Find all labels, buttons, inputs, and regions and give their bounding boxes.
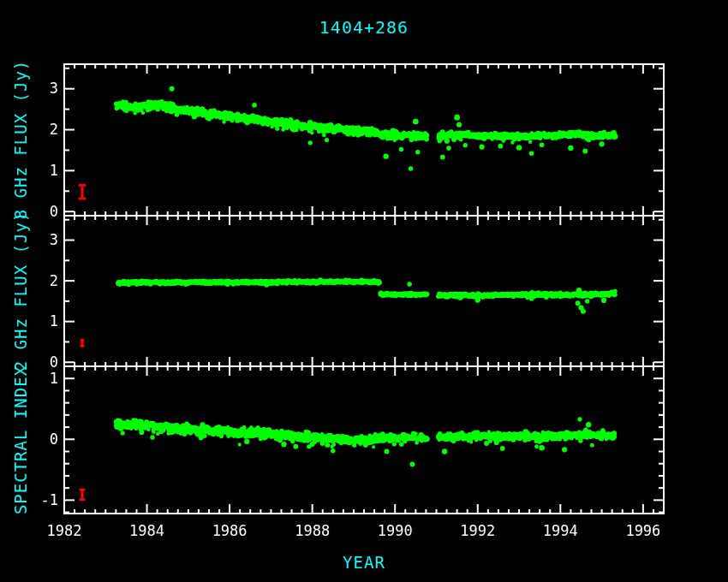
plot-title: 1404+286 [0,17,728,38]
light-curve-figure: 1404+286 YEAR 8 GHz FLUX (Jy) 2 GHz FLUX… [0,0,728,582]
x-axis-title: YEAR [0,553,728,572]
light-curve-canvas [0,0,728,582]
y-axis-title-spectral-index: SPECTRAL INDEX [11,365,30,514]
y-axis-title-8ghz-flux: 8 GHz FLUX (Jy) [11,60,30,220]
y-axis-title-2ghz-flux: 2 GHz FLUX (Jy) [11,211,30,371]
